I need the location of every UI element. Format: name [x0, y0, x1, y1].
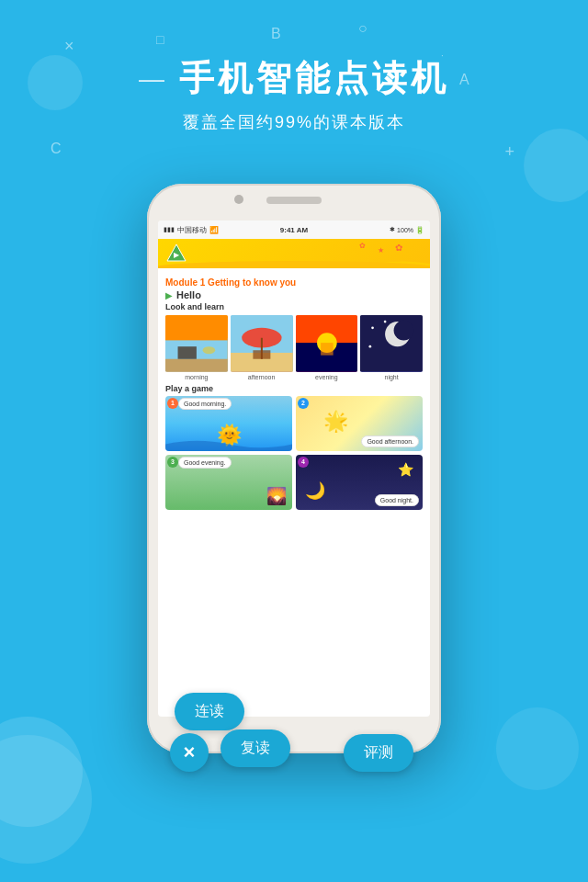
app-subtitle: 覆盖全国约99%的课本版本 [0, 111, 588, 133]
game-grid: 1 Good morning. 🌞 2 Good af [165, 396, 423, 510]
battery-icon: 🔋 [415, 226, 424, 234]
pingce-button[interactable]: 评测 [344, 734, 413, 772]
deco-square: □ [156, 32, 164, 47]
bg-circle-1 [0, 717, 83, 827]
game-num-1: 1 [167, 398, 178, 409]
afternoon-label: afternoon [231, 374, 293, 380]
game-num-4: 4 [298, 457, 309, 468]
status-right: ✱ 100% 🔋 [390, 226, 424, 234]
phone-body: ▮▮▮ 中国移动 📶 9:41 AM ✱ 100% 🔋 ▶ [147, 184, 441, 753]
image-grid: morning [165, 315, 423, 380]
svg-point-20 [384, 321, 387, 323]
play-icon[interactable]: ▶ [165, 290, 173, 300]
afternoon-image [231, 315, 293, 372]
game-bubble-3: Good evening. [178, 457, 232, 469]
game-item-1[interactable]: 1 Good morning. 🌞 [165, 396, 292, 451]
play-game-label: Play a game [165, 384, 423, 393]
game-bubble-2: Good afternoon. [361, 435, 419, 447]
bg-circle-right [496, 707, 579, 790]
image-morning[interactable]: morning [165, 315, 228, 380]
deco-plus: + [504, 142, 514, 162]
evening-label: evening [296, 374, 358, 380]
header-area: — 手机智能点读机 覆盖全国约99%的课本版本 [0, 55, 588, 133]
game-num-3: 3 [167, 457, 178, 468]
image-afternoon[interactable]: afternoon [231, 315, 293, 380]
deco-b: B [271, 26, 281, 42]
svg-point-6 [203, 346, 216, 354]
game-num-2: 2 [298, 398, 309, 409]
phone-mockup: ▮▮▮ 中国移动 📶 9:41 AM ✱ 100% 🔋 ▶ [147, 184, 441, 753]
screen-content[interactable]: Module 1 Getting to know you ▶ Hello Loo… [158, 268, 430, 717]
status-bar: ▮▮▮ 中国移动 📶 9:41 AM ✱ 100% 🔋 [158, 220, 430, 239]
svg-point-19 [371, 326, 374, 329]
night-label: night [360, 374, 423, 380]
svg-text:▶: ▶ [174, 251, 180, 259]
evening-icon: 🌄 [266, 486, 287, 506]
battery-label: 100% [397, 227, 413, 233]
close-button[interactable]: × [170, 733, 209, 772]
app-topbar: ▶ ✿ ★ ✿ [158, 239, 430, 268]
moon-cartoon: 🌙 [305, 481, 325, 501]
svg-point-18 [394, 321, 414, 341]
morning-label: morning [165, 374, 228, 380]
bg-circle-bottom [0, 735, 92, 864]
sun-cartoon-2: 🌟 [323, 410, 348, 434]
svg-rect-4 [165, 359, 228, 372]
bluetooth-icon: ✱ [390, 226, 395, 233]
status-time: 9:41 AM [280, 226, 308, 234]
night-image [360, 315, 423, 372]
look-learn-label: Look and learn [165, 302, 423, 311]
morning-image [165, 315, 228, 372]
module-title: Module 1 Getting to know you [165, 277, 423, 288]
image-night[interactable]: night [360, 315, 423, 380]
game-item-2[interactable]: 2 Good afternoon. 🌟 [296, 396, 423, 451]
app-title: — 手机智能点读机 [0, 55, 588, 102]
evening-image [296, 315, 358, 372]
signal-icon: ▮▮▮ [164, 226, 175, 233]
dash-left: — [139, 64, 168, 94]
game-bubble-4: Good night. [375, 494, 419, 506]
hello-section: ▶ Hello [165, 289, 423, 300]
phone-screen: ▮▮▮ 中国移动 📶 9:41 AM ✱ 100% 🔋 ▶ [158, 220, 430, 717]
deco-circle: ○ [358, 20, 368, 37]
title-text: 手机智能点读机 [179, 55, 449, 102]
phone-camera [234, 195, 243, 204]
hello-text: Hello [176, 289, 201, 300]
fudu-button[interactable]: 复读 [220, 729, 290, 767]
svg-rect-11 [253, 350, 270, 358]
phone-speaker [266, 197, 322, 204]
game-item-3[interactable]: 3 Good evening. 🌄 [165, 455, 292, 510]
deco-c: C [51, 141, 62, 157]
carrier-label: 中国移动 [177, 225, 207, 235]
game-bubble-1: Good morning. [178, 398, 232, 410]
svg-rect-5 [178, 346, 197, 359]
deco-cross: × [64, 37, 74, 56]
game-item-4[interactable]: 4 Good night. 🌙 ⭐ [296, 455, 423, 510]
svg-rect-15 [321, 343, 334, 356]
svg-point-21 [369, 345, 372, 348]
star-cartoon: ⭐ [398, 462, 413, 477]
wifi-icon: 📶 [209, 226, 219, 234]
image-evening[interactable]: evening [296, 315, 358, 380]
liantu-button[interactable]: 连读 [175, 693, 244, 730]
bg-circle-2 [524, 129, 588, 202]
status-left: ▮▮▮ 中国移动 📶 [164, 225, 219, 235]
